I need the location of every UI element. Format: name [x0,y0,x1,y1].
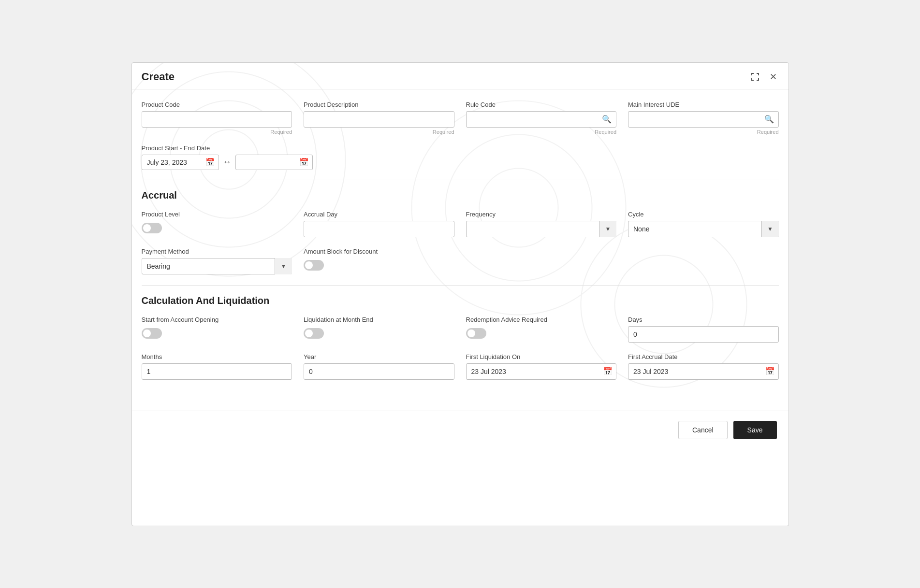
accrual-day-group: Accrual Day [304,211,454,238]
calc-row-1: Start from Account Opening Liquidation a… [142,316,779,344]
days-label: Days [628,316,779,323]
redemption-advice-required-group: Redemption Advice Required [466,316,617,344]
redemption-advice-required-slider [466,328,486,339]
main-interest-ude-required: Required [628,129,779,135]
expand-button[interactable] [748,71,762,83]
modal-header: Create ✕ [132,63,789,89]
payment-method-select[interactable]: Bearing [142,258,292,274]
first-accrual-date-label: First Accrual Date [628,353,779,360]
date-range-label: Product Start - End Date [142,144,313,152]
date-range-inputs: 📅 ↔ 📅 [142,155,313,170]
main-interest-ude-label: Main Interest UDE [628,101,779,108]
spacer-2 [628,248,779,275]
start-from-account-opening-toggle[interactable] [142,328,162,339]
accrual-day-input[interactable] [304,221,454,237]
months-label: Months [142,353,292,360]
first-accrual-date-group: First Accrual Date 📅 [628,353,779,380]
product-description-required: Required [304,129,454,135]
amount-block-group: Amount Block for Discount [304,248,454,275]
first-liquidation-on-label: First Liquidation On [466,353,617,360]
date-range-arrow-icon: ↔ [221,157,234,167]
days-group: Days [628,316,779,344]
frequency-select[interactable] [466,221,617,237]
days-input[interactable] [628,326,779,343]
months-group: Months [142,353,292,380]
start-from-account-opening-label: Start from Account Opening [142,316,292,323]
row-date: Product Start - End Date 📅 ↔ 📅 [142,144,779,170]
liquidation-at-month-end-group: Liquidation at Month End [304,316,454,344]
liquidation-at-month-end-label: Liquidation at Month End [304,316,454,323]
close-button[interactable]: ✕ [768,71,779,83]
amount-block-label: Amount Block for Discount [304,248,454,255]
liquidation-at-month-end-toggle[interactable] [304,328,324,339]
frequency-select-wrap: ▼ [466,221,617,237]
date-range-group: Product Start - End Date 📅 ↔ 📅 [142,144,313,170]
months-input[interactable] [142,363,292,380]
modal-title: Create [142,71,175,83]
cancel-button[interactable]: Cancel [678,421,728,439]
section-divider-calc [142,285,779,286]
create-modal: Create ✕ Product Code Required Pr [131,62,789,526]
cycle-select[interactable]: None [628,221,779,237]
product-code-required: Required [142,129,292,135]
first-liquidation-on-input[interactable] [466,363,617,380]
first-liquidation-on-wrap: 📅 [466,363,617,380]
product-level-label: Product Level [142,211,292,218]
frequency-label: Frequency [466,211,617,218]
first-accrual-calendar-icon[interactable]: 📅 [765,367,775,376]
cycle-label: Cycle [628,211,779,218]
cycle-group: Cycle None ▼ [628,211,779,238]
redemption-advice-required-label: Redemption Advice Required [466,316,617,323]
liquidation-at-month-end-slider [304,328,324,339]
product-code-label: Product Code [142,101,292,108]
accrual-day-label: Accrual Day [304,211,454,218]
main-interest-ude-input[interactable] [628,111,779,128]
start-date-calendar-icon[interactable]: 📅 [205,158,215,167]
end-date-calendar-icon[interactable]: 📅 [299,158,309,167]
amount-block-toggle[interactable] [304,260,324,271]
product-level-toggle[interactable] [142,223,162,233]
calc-row-2: Months Year First Liquidation On 📅 First… [142,353,779,380]
rule-code-input[interactable] [466,111,617,128]
product-level-group: Product Level [142,211,292,238]
rule-code-group: Rule Code 🔍 Required [466,101,617,135]
calc-section-title: Calculation And Liquidation [142,295,779,306]
spacer-1 [466,248,617,275]
modal-footer: Cancel Save [132,411,789,449]
first-liquidation-on-group: First Liquidation On 📅 [466,353,617,380]
product-description-input[interactable] [304,111,454,128]
first-accrual-date-wrap: 📅 [628,363,779,380]
cycle-select-wrap: None ▼ [628,221,779,237]
year-group: Year [304,353,454,380]
rule-code-input-wrap: 🔍 [466,111,617,128]
amount-block-slider [304,260,324,271]
product-code-input[interactable] [142,111,292,128]
year-label: Year [304,353,454,360]
first-liquidation-calendar-icon[interactable]: 📅 [603,367,613,376]
start-date-wrap: 📅 [142,155,219,170]
year-input[interactable] [304,363,454,380]
rule-code-label: Rule Code [466,101,617,108]
product-code-group: Product Code Required [142,101,292,135]
redemption-advice-required-toggle[interactable] [466,328,486,339]
modal-body: Product Code Required Product Descriptio… [132,89,789,401]
product-description-label: Product Description [304,101,454,108]
main-interest-ude-group: Main Interest UDE 🔍 Required [628,101,779,135]
section-divider-accrual [142,180,779,180]
header-icons: ✕ [748,71,779,83]
payment-method-group: Payment Method Bearing ▼ [142,248,292,275]
first-accrual-date-input[interactable] [628,363,779,380]
payment-method-label: Payment Method [142,248,292,255]
accrual-row-2: Payment Method Bearing ▼ Amount Block fo… [142,248,779,275]
end-date-wrap: 📅 [235,155,313,170]
payment-method-select-wrap: Bearing ▼ [142,258,292,274]
rule-code-required: Required [466,129,617,135]
accrual-row-1: Product Level Accrual Day Frequency ▼ [142,211,779,238]
save-button[interactable]: Save [733,421,777,439]
product-level-slider [142,223,162,233]
main-interest-ude-input-wrap: 🔍 [628,111,779,128]
start-from-account-opening-slider [142,328,162,339]
row-product-fields: Product Code Required Product Descriptio… [142,101,779,135]
product-description-group: Product Description Required [304,101,454,135]
frequency-group: Frequency ▼ [466,211,617,238]
